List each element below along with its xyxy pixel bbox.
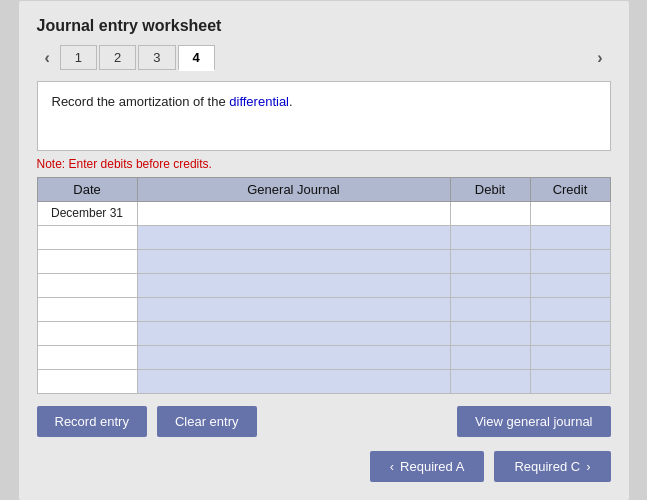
table-row-debit-3[interactable] xyxy=(450,273,530,297)
table-row-debit-2[interactable] xyxy=(450,249,530,273)
table-row-credit-2[interactable] xyxy=(530,249,610,273)
required-a-button[interactable]: ‹ Required A xyxy=(370,451,485,482)
table-row-date-6 xyxy=(37,345,137,369)
table-row-journal-7[interactable] xyxy=(137,369,450,393)
table-row-debit-0[interactable] xyxy=(450,201,530,225)
tab-4[interactable]: 4 xyxy=(178,45,215,71)
required-c-label: Required C xyxy=(514,459,580,474)
tab-2[interactable]: 2 xyxy=(99,45,136,70)
table-row-date-3 xyxy=(37,273,137,297)
table-row-debit-4[interactable] xyxy=(450,297,530,321)
table-row-debit-6[interactable] xyxy=(450,345,530,369)
table-row-journal-6[interactable] xyxy=(137,345,450,369)
note-text: Note: Enter debits before credits. xyxy=(37,157,611,171)
required-c-next-arrow: › xyxy=(586,459,590,474)
table-row-journal-3[interactable] xyxy=(137,273,450,297)
next-tab-arrow[interactable]: › xyxy=(589,45,610,71)
table-row-credit-0[interactable] xyxy=(530,201,610,225)
table-row-date-5 xyxy=(37,321,137,345)
table-row-credit-6[interactable] xyxy=(530,345,610,369)
table-row-credit-3[interactable] xyxy=(530,273,610,297)
table-row-debit-5[interactable] xyxy=(450,321,530,345)
main-container: Journal entry worksheet ‹ 1 2 3 4 › Reco… xyxy=(19,1,629,500)
table-row-debit-7[interactable] xyxy=(450,369,530,393)
record-entry-button[interactable]: Record entry xyxy=(37,406,147,437)
table-row-credit-7[interactable] xyxy=(530,369,610,393)
table-row-credit-1[interactable] xyxy=(530,225,610,249)
table-row-credit-4[interactable] xyxy=(530,297,610,321)
required-c-button[interactable]: Required C › xyxy=(494,451,610,482)
table-row-date-1 xyxy=(37,225,137,249)
tab-1[interactable]: 1 xyxy=(60,45,97,70)
col-header-date: Date xyxy=(37,177,137,201)
description-box: Record the amortization of the different… xyxy=(37,81,611,151)
col-header-journal: General Journal xyxy=(137,177,450,201)
table-row-credit-5[interactable] xyxy=(530,321,610,345)
col-header-credit: Credit xyxy=(530,177,610,201)
tab-3[interactable]: 3 xyxy=(138,45,175,70)
table-row-journal-0[interactable] xyxy=(137,201,450,225)
description-prefix: Record the amortization of the xyxy=(52,94,230,109)
clear-entry-button[interactable]: Clear entry xyxy=(157,406,257,437)
table-row-date-2 xyxy=(37,249,137,273)
journal-table: Date General Journal Debit Credit Decemb… xyxy=(37,177,611,394)
table-row-journal-5[interactable] xyxy=(137,321,450,345)
prev-tab-arrow[interactable]: ‹ xyxy=(37,45,58,71)
description-suffix: . xyxy=(289,94,293,109)
view-general-journal-button[interactable]: View general journal xyxy=(457,406,611,437)
col-header-debit: Debit xyxy=(450,177,530,201)
bottom-nav: ‹ Required A Required C › xyxy=(37,451,611,482)
required-a-prev-arrow: ‹ xyxy=(390,459,394,474)
table-row-date-4 xyxy=(37,297,137,321)
table-row-date-0: December 31 xyxy=(37,201,137,225)
buttons-row: Record entry Clear entry View general jo… xyxy=(37,406,611,437)
page-title: Journal entry worksheet xyxy=(37,17,611,35)
tabs-row: ‹ 1 2 3 4 › xyxy=(37,45,611,71)
description-highlight: differential xyxy=(229,94,289,109)
required-a-label: Required A xyxy=(400,459,464,474)
table-row-date-7 xyxy=(37,369,137,393)
table-row-journal-4[interactable] xyxy=(137,297,450,321)
table-row-journal-1[interactable] xyxy=(137,225,450,249)
table-row-journal-2[interactable] xyxy=(137,249,450,273)
table-row-debit-1[interactable] xyxy=(450,225,530,249)
